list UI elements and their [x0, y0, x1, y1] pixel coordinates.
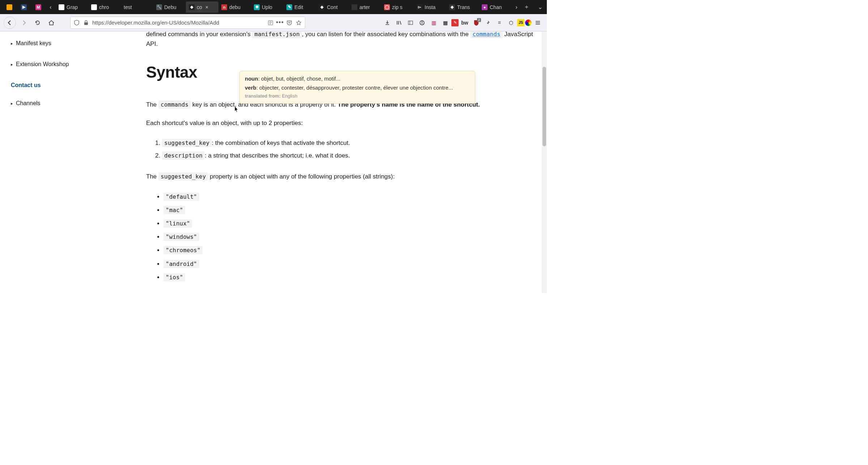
window-tab[interactable]: ‹Grap [56, 1, 88, 13]
forward-button[interactable] [18, 17, 30, 29]
code-suggested-key: suggested_key [158, 172, 208, 181]
sidebar-toggle-icon[interactable] [405, 17, 416, 28]
window-tab[interactable]: test [121, 1, 153, 13]
translation-row: verb: objecter, contester, désapprouver,… [245, 84, 470, 92]
window-tab[interactable]: 🔧Debu [153, 1, 186, 13]
scrollbar-thumb[interactable] [542, 67, 546, 146]
url-text[interactable]: https://developer.mozilla.org/en-US/docs… [92, 20, 264, 26]
favicon: ✎ [286, 4, 292, 10]
favicon: n [221, 4, 227, 10]
tab-label: zip s [392, 4, 403, 10]
tab-scroll-left[interactable]: ‹ [46, 2, 56, 12]
all-tabs-dropdown[interactable]: ⌄ [536, 4, 545, 10]
url-bar[interactable]: https://developer.mozilla.org/en-US/docs… [70, 17, 305, 29]
favicon: ◆ [189, 4, 195, 10]
vertical-scrollbar[interactable] [542, 31, 547, 293]
favicon: ◆ [449, 4, 455, 10]
pocket-icon[interactable] [286, 20, 293, 26]
tab-scroll-right[interactable]: › [511, 2, 522, 12]
platform-keys-list: "default""mac""linux""windows""chromeos"… [163, 190, 536, 284]
favicon: ‹ [59, 4, 64, 10]
tab-label: Uplo [262, 4, 272, 10]
code-inline: "mac" [163, 206, 185, 214]
browser-toolbar: https://developer.mozilla.org/en-US/docs… [0, 14, 547, 31]
code-manifest-json: manifest.json [252, 31, 302, 38]
code-inline: description [162, 151, 205, 160]
window-tab[interactable]: ◉chro [88, 1, 121, 13]
extension-icon-1[interactable]: ▥ [428, 17, 439, 28]
extension-icon-js[interactable]: JS [517, 19, 524, 26]
page-actions-icon[interactable]: ••• [277, 20, 283, 26]
app-menu-icon[interactable] [532, 17, 543, 28]
lock-icon[interactable] [83, 20, 89, 26]
sidebar-link[interactable]: Contact us [11, 78, 127, 92]
window-tab[interactable]: ◆co× [186, 1, 218, 13]
list-item: description: a string that describes the… [162, 149, 536, 162]
home-button[interactable] [46, 17, 57, 29]
tab-label: co [197, 4, 202, 10]
reload-button[interactable] [32, 17, 43, 29]
window-tab[interactable]: arter [349, 1, 381, 13]
tab-label: test [124, 4, 132, 10]
account-icon[interactable] [417, 17, 427, 28]
extension-icon-color[interactable] [525, 20, 532, 26]
window-tab[interactable]: ▻Insta [414, 1, 446, 13]
sidebar-item-label: Manifest keys [16, 40, 51, 47]
chevron-right-icon: ▸ [11, 41, 13, 46]
sidebar-item[interactable]: ▸Extension Workshop [11, 57, 127, 71]
shield-icon[interactable] [73, 20, 80, 26]
favicon: ◆ [319, 4, 325, 10]
extension-icon-bw[interactable]: bw [459, 17, 470, 28]
sidebar-item[interactable]: ▸Manifest keys [11, 36, 127, 50]
window-tab[interactable]: ●Chan [479, 1, 511, 13]
favicon: ✱ [254, 4, 260, 10]
pinned-tab[interactable] [2, 1, 17, 13]
tab-label: Edit [294, 4, 303, 10]
reader-mode-icon[interactable] [267, 20, 274, 26]
tab-label: debu [229, 4, 241, 10]
extension-icon-2[interactable]: ▦ [440, 17, 451, 28]
list-item: suggested_key: the combination of keys t… [162, 137, 536, 149]
window-tab[interactable]: ✱Uplo [251, 1, 284, 13]
toolbar-right: ▥ ▦ ✎ bw 2 ⌗ ⬡ JS [382, 17, 543, 28]
list-item: "windows" [163, 230, 536, 244]
paragraph-suggested-key: The suggested_key property is an object … [146, 172, 536, 181]
extension-icon-3[interactable]: ✎ [451, 19, 459, 26]
sidebar-item[interactable]: ▸Channels [11, 96, 127, 110]
favicon: ▶ [21, 4, 27, 10]
ublock-icon[interactable]: 2 [471, 17, 482, 28]
list-item: "mac" [163, 203, 536, 217]
pinned-tab[interactable]: M [31, 1, 46, 13]
new-tab-button[interactable]: ＋ [522, 2, 532, 12]
window-tab[interactable]: ndebu [218, 1, 251, 13]
library-icon[interactable] [393, 17, 404, 28]
window-tab[interactable]: ◆Trans [446, 1, 479, 13]
extension-icon-pin[interactable] [482, 17, 493, 28]
translation-values: : objecter, contester, désapprouver, pro… [256, 85, 453, 91]
code-inline: "default" [163, 193, 199, 201]
window-tab[interactable]: ◯zip s [381, 1, 414, 13]
translation-row: noun: objet, but, objectif, chose, motif… [245, 75, 470, 83]
extension-icon-grid[interactable]: ⌗ [494, 17, 505, 28]
tab-label: Insta [425, 4, 435, 10]
code-inline: "ios" [163, 273, 185, 281]
favicon [7, 4, 12, 10]
back-button[interactable] [4, 17, 16, 29]
svg-rect-2 [408, 21, 413, 25]
close-icon[interactable]: × [204, 5, 209, 10]
favicon: ◉ [91, 4, 97, 10]
commands-api-link[interactable]: commands [470, 31, 502, 38]
bookmark-star-icon[interactable] [295, 20, 302, 26]
window-tab[interactable]: ✎Edit [284, 1, 316, 13]
downloads-icon[interactable] [382, 17, 393, 28]
extension-icon-hex[interactable]: ⬡ [506, 17, 516, 28]
window-tab[interactable]: ◆Cont [316, 1, 349, 13]
sidebar-item-label: Extension Workshop [16, 61, 69, 68]
list-item: "android" [163, 257, 536, 271]
favicon: ◯ [384, 4, 390, 10]
tab-label: Debu [164, 4, 176, 10]
pinned-tab[interactable]: ▶ [17, 1, 31, 13]
list-item: "default" [163, 190, 536, 203]
list-item: "linux" [163, 217, 536, 230]
code-inline: "linux" [163, 219, 192, 228]
